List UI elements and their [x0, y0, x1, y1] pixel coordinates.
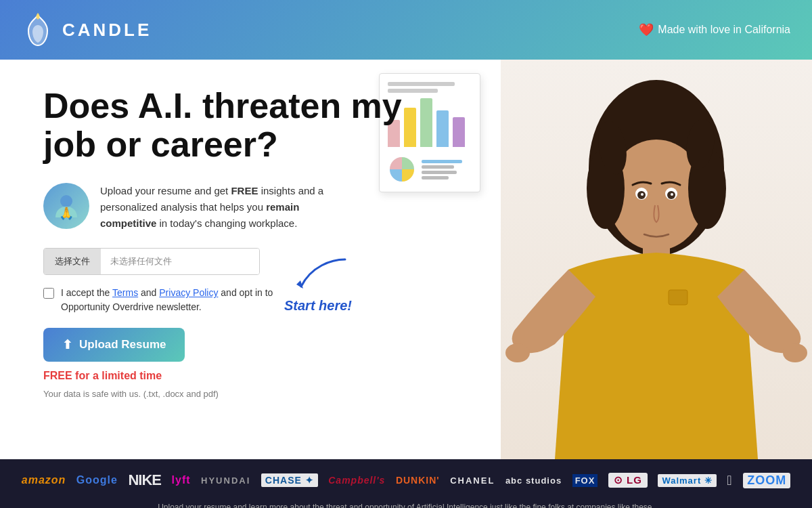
svg-text:🙏: 🙏: [59, 206, 74, 220]
terms-label: I accept the Terms and Privacy Policy an…: [61, 286, 287, 314]
avatar: 🙏: [43, 183, 89, 229]
brand-campbells: Campbell's: [328, 475, 385, 486]
heart-icon: ❤️: [639, 22, 654, 37]
svg-point-7: [783, 343, 807, 362]
brand-amazon: amazon: [22, 474, 66, 486]
pie-line-4: [422, 176, 449, 179]
brand-apple: : [727, 473, 732, 488]
description-text: Upload your resume and get FREE insights…: [100, 183, 330, 232]
upload-btn-label: Upload Resume: [79, 338, 166, 352]
bar-3: [420, 98, 432, 147]
safe-text: Your data is safe with us. (.txt, .docx …: [43, 389, 409, 399]
free-label: FREE for a limited time: [43, 370, 409, 382]
brand-dunkin: DUNKIN': [396, 475, 440, 486]
brand-zoom: ZOOM: [743, 473, 790, 488]
upload-resume-button[interactable]: ⬆ Upload Resume: [43, 328, 185, 362]
pie-line-3: [422, 171, 457, 174]
brand-lyft: lyft: [172, 474, 191, 486]
avatar-row: 🙏 Upload your resume and get FREE insigh…: [43, 183, 409, 232]
pie-line-1: [422, 160, 462, 163]
pie-line-2: [422, 165, 454, 169]
bottom-description: Upload your resume and learn more about …: [158, 503, 654, 508]
brand-nike: NIKE: [128, 471, 161, 489]
candle-logo-icon: [22, 10, 54, 49]
brand-walmart: Walmart ✳: [658, 474, 716, 487]
svg-point-6: [505, 343, 530, 362]
checkbox-and: and: [138, 287, 159, 298]
page-headline: Does A.I. threaten my job or career?: [43, 87, 409, 164]
svg-point-0: [60, 195, 72, 207]
svg-point-16: [641, 193, 644, 196]
brand-hyundai: HYUNDAI: [201, 475, 250, 486]
main-content: Does A.I. threaten my job or career? 🙏 U…: [0, 60, 812, 459]
terms-link[interactable]: Terms: [112, 287, 138, 298]
privacy-link[interactable]: Privacy Policy: [159, 287, 218, 298]
brands-bar: amazon Google NIKE lyft HYUNDAI CHASE ✦ …: [0, 459, 812, 501]
svg-rect-18: [669, 290, 687, 305]
competitive-bold: remain competitive: [100, 201, 299, 229]
svg-point-17: [671, 193, 673, 196]
bottom-text: Upload your resume and learn more about …: [0, 501, 812, 508]
bar-4: [436, 110, 449, 147]
brand-abc-studios: abc studios: [505, 475, 562, 486]
file-upload-row[interactable]: 选择文件 未选择任何文件: [43, 248, 260, 275]
header: CANDLE ❤️ Made with love in California: [0, 0, 812, 60]
pie-lines: [422, 160, 462, 179]
brand-fox: FOX: [572, 474, 598, 487]
terms-checkbox-row: I accept the Terms and Privacy Policy an…: [43, 286, 287, 314]
tagline-text: Made with love in California: [658, 24, 790, 36]
upload-icon: ⬆: [62, 337, 72, 352]
logo-text: CANDLE: [62, 20, 152, 41]
checkbox-pre: I accept the: [61, 287, 112, 298]
left-content: Does A.I. threaten my job or career? 🙏 U…: [43, 87, 409, 446]
file-choose-button[interactable]: 选择文件: [44, 249, 101, 274]
brand-chanel: CHANEL: [450, 475, 495, 486]
bar-5: [453, 117, 465, 147]
file-name-display: 未选择任何文件: [101, 249, 259, 274]
brand-lg: ⊙ LG: [608, 473, 648, 488]
woman-svg: [501, 60, 812, 459]
logo-area: CANDLE: [22, 10, 152, 49]
tagline: ❤️ Made with love in California: [639, 22, 790, 37]
woman-illustration: [501, 60, 812, 459]
brand-chase: CHASE ✦: [261, 473, 318, 487]
person-icon: 🙏: [52, 192, 81, 220]
brand-google: Google: [76, 474, 118, 486]
terms-checkbox[interactable]: [43, 288, 54, 299]
free-bold: FREE: [231, 185, 258, 196]
